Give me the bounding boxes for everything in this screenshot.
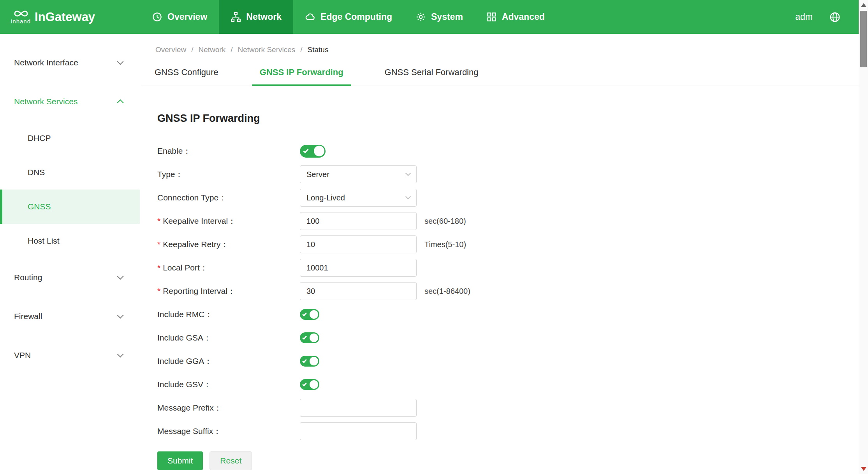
main-content: Overview / Network / Network Services / … xyxy=(141,34,859,474)
network-icon xyxy=(231,12,241,22)
sidebar-item-gnss[interactable]: GNSS xyxy=(0,190,140,224)
form-row-enable: Enable： xyxy=(157,139,859,163)
nav-item-overview[interactable]: Overview xyxy=(140,0,219,34)
nav-label: Network xyxy=(246,12,282,22)
keepalive-retry-input[interactable] xyxy=(300,235,417,253)
connection-type-select[interactable]: Long-Lived xyxy=(300,189,417,207)
breadcrumb-separator: / xyxy=(191,46,193,54)
sidebar-item-network-interface[interactable]: Network Interface xyxy=(0,43,140,82)
form-row-keepalive-retry: * Keepalive Retry： Times(5-10) xyxy=(157,233,859,256)
message-suffix-input[interactable] xyxy=(300,422,417,440)
field-hint: sec(1-86400) xyxy=(424,287,470,296)
submit-button[interactable]: Submit xyxy=(157,451,203,470)
check-icon xyxy=(302,312,307,316)
overview-icon xyxy=(152,12,162,22)
sidebar-subitem-label: GNSS xyxy=(28,202,51,211)
tab-gnss-configure[interactable]: GNSS Configure xyxy=(147,63,226,86)
breadcrumb-item[interactable]: Network Services xyxy=(238,46,295,54)
sidebar-item-host-list[interactable]: Host List xyxy=(0,224,140,258)
form-row-connection-type: Connection Type： Long-Lived xyxy=(157,186,859,209)
toggle-knob xyxy=(310,334,318,342)
keepalive-interval-input[interactable] xyxy=(300,212,417,230)
breadcrumb-item[interactable]: Network xyxy=(198,46,225,54)
check-icon xyxy=(302,358,307,363)
sidebar-item-firewall[interactable]: Firewall xyxy=(0,297,140,336)
required-mark: * xyxy=(157,263,160,272)
scroll-up-arrow-icon[interactable] xyxy=(861,3,866,7)
sidebar-subitem-label: Host List xyxy=(28,236,60,246)
include-rmc-toggle[interactable] xyxy=(300,309,319,320)
form-row-include-gsv: Include GSV： xyxy=(157,373,859,396)
required-mark: * xyxy=(157,240,160,249)
enable-toggle[interactable] xyxy=(300,145,326,158)
field-label: Include GSA： xyxy=(157,332,300,343)
check-icon xyxy=(303,148,309,153)
nav-item-advanced[interactable]: Advanced xyxy=(475,0,556,34)
nav-item-system[interactable]: System xyxy=(404,0,475,34)
chevron-down-icon xyxy=(117,312,124,319)
breadcrumb-separator: / xyxy=(300,46,302,54)
reporting-interval-input[interactable] xyxy=(300,282,417,300)
nav-label: Edge Computing xyxy=(320,12,392,22)
sidebar-item-routing[interactable]: Routing xyxy=(0,258,140,297)
form-row-include-gsa: Include GSA： xyxy=(157,326,859,349)
field-label: * Keepalive Retry： xyxy=(157,239,300,250)
field-label: Type： xyxy=(157,169,300,180)
brand-small-text: inhand xyxy=(11,18,31,24)
type-select[interactable]: Server xyxy=(300,165,417,183)
edge-computing-icon xyxy=(305,12,315,22)
nav-label: Overview xyxy=(167,12,207,22)
chevron-down-icon xyxy=(117,351,124,358)
sidebar-item-label: Firewall xyxy=(14,312,42,321)
tab-gnss-serial-forwarding[interactable]: GNSS Serial Forwarding xyxy=(377,63,486,86)
scrollbar-thumb[interactable] xyxy=(860,11,867,67)
chevron-down-icon xyxy=(117,58,124,65)
form-row-include-rmc: Include RMC： xyxy=(157,303,859,326)
required-mark: * xyxy=(157,216,160,226)
field-label: Include RMC： xyxy=(157,309,300,320)
field-label: * Reporting Interval： xyxy=(157,286,300,297)
field-hint: Times(5-10) xyxy=(424,240,466,249)
sidebar-item-dhcp[interactable]: DHCP xyxy=(0,121,140,155)
reset-button[interactable]: Reset xyxy=(210,451,252,470)
chevron-up-icon xyxy=(117,99,124,106)
form-row-type: Type： Server xyxy=(157,163,859,186)
field-label: Include GGA： xyxy=(157,356,300,367)
sidebar-item-network-services[interactable]: Network Services xyxy=(0,82,140,121)
select-value: Long-Lived xyxy=(306,193,345,202)
field-label: * Local Port： xyxy=(157,262,300,273)
scroll-down-arrow-icon[interactable] xyxy=(861,467,866,471)
include-gga-toggle[interactable] xyxy=(300,356,319,367)
tab-bar: GNSS Configure GNSS IP Forwarding GNSS S… xyxy=(141,63,859,86)
form-row-local-port: * Local Port： xyxy=(157,256,859,279)
local-port-input[interactable] xyxy=(300,259,417,277)
nav-item-edge-computing[interactable]: Edge Computing xyxy=(293,0,404,34)
user-menu[interactable]: adm xyxy=(795,12,813,22)
sidebar-subitem-label: DNS xyxy=(28,168,45,177)
include-gsv-toggle[interactable] xyxy=(300,379,319,390)
form-row-include-gga: Include GGA： xyxy=(157,349,859,373)
field-label: Connection Type： xyxy=(157,192,300,203)
check-icon xyxy=(302,382,307,386)
globe-icon[interactable] xyxy=(829,11,841,23)
sidebar-item-dns[interactable]: DNS xyxy=(0,155,140,190)
brand-name: InGateway xyxy=(35,10,95,24)
sidebar-item-vpn[interactable]: VPN xyxy=(0,336,140,375)
chevron-down-icon xyxy=(117,273,124,280)
toggle-knob xyxy=(314,146,324,156)
page-title: GNSS IP Forwarding xyxy=(157,112,859,125)
toggle-knob xyxy=(310,380,318,389)
form-row-reporting-interval: * Reporting Interval： sec(1-86400) xyxy=(157,279,859,303)
sidebar-item-label: Network Interface xyxy=(14,58,78,67)
vertical-scrollbar[interactable] xyxy=(859,0,868,474)
include-gsa-toggle[interactable] xyxy=(300,332,319,343)
message-prefix-input[interactable] xyxy=(300,399,417,417)
toggle-knob xyxy=(310,357,318,365)
tab-gnss-ip-forwarding[interactable]: GNSS IP Forwarding xyxy=(252,63,351,86)
sidebar: Network Interface Network Services DHCP … xyxy=(0,34,140,474)
nav-item-network[interactable]: Network xyxy=(219,0,293,34)
form-row-message-prefix: Message Prefix： xyxy=(157,396,859,420)
field-label: * Keepalive Interval： xyxy=(157,216,300,226)
breadcrumb-item[interactable]: Overview xyxy=(155,46,186,54)
brand-logo[interactable]: inhand InGateway xyxy=(0,0,140,34)
